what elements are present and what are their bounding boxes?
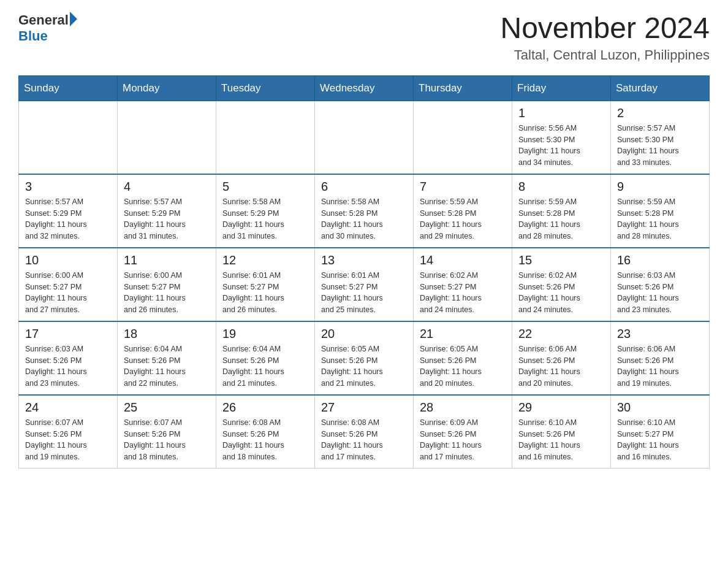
day-info: Sunrise: 5:57 AMSunset: 5:29 PMDaylight:… (124, 196, 210, 242)
page-header: General Blue November 2024 Taltal, Centr… (18, 12, 710, 63)
calendar-cell-2-6: 16Sunrise: 6:03 AMSunset: 5:26 PMDayligh… (611, 248, 710, 321)
day-number: 16 (617, 253, 703, 267)
day-info: Sunrise: 6:06 AMSunset: 5:26 PMDaylight:… (518, 343, 604, 389)
week-row-4: 17Sunrise: 6:03 AMSunset: 5:26 PMDayligh… (19, 321, 710, 395)
day-number: 12 (222, 253, 308, 267)
weekday-tuesday: Tuesday (216, 75, 315, 101)
day-number: 3 (25, 180, 111, 194)
calendar-cell-0-2 (216, 101, 315, 174)
day-info: Sunrise: 6:02 AMSunset: 5:26 PMDaylight:… (518, 270, 604, 316)
week-row-5: 24Sunrise: 6:07 AMSunset: 5:26 PMDayligh… (19, 395, 710, 469)
calendar-cell-1-5: 8Sunrise: 5:59 AMSunset: 5:28 PMDaylight… (512, 174, 611, 248)
day-number: 2 (617, 106, 703, 120)
day-number: 11 (124, 253, 210, 267)
day-info: Sunrise: 6:08 AMSunset: 5:26 PMDaylight:… (222, 417, 308, 463)
main-title: November 2024 (500, 12, 710, 45)
day-number: 29 (518, 400, 604, 415)
calendar-cell-0-1 (118, 101, 216, 174)
day-number: 19 (222, 327, 308, 341)
weekday-header-row: SundayMondayTuesdayWednesdayThursdayFrid… (19, 75, 710, 101)
day-number: 14 (420, 253, 506, 267)
day-number: 17 (25, 327, 111, 341)
day-info: Sunrise: 6:07 AMSunset: 5:26 PMDaylight:… (25, 417, 111, 463)
day-number: 10 (25, 253, 111, 267)
calendar-cell-3-3: 20Sunrise: 6:05 AMSunset: 5:26 PMDayligh… (315, 321, 414, 395)
weekday-saturday: Saturday (611, 75, 710, 101)
day-number: 5 (222, 180, 308, 194)
calendar-cell-2-5: 15Sunrise: 6:02 AMSunset: 5:26 PMDayligh… (512, 248, 611, 321)
calendar-cell-4-3: 27Sunrise: 6:08 AMSunset: 5:26 PMDayligh… (315, 395, 414, 469)
day-number: 15 (518, 253, 604, 267)
calendar-table: SundayMondayTuesdayWednesdayThursdayFrid… (18, 75, 710, 469)
day-number: 23 (617, 327, 703, 341)
weekday-friday: Friday (512, 75, 611, 101)
day-number: 24 (25, 400, 111, 415)
weekday-wednesday: Wednesday (315, 75, 414, 101)
logo-arrow-icon (70, 12, 77, 26)
day-info: Sunrise: 6:00 AMSunset: 5:27 PMDaylight:… (124, 270, 210, 316)
day-info: Sunrise: 6:03 AMSunset: 5:26 PMDaylight:… (25, 343, 111, 389)
day-number: 28 (420, 400, 506, 415)
calendar-cell-0-6: 2Sunrise: 5:57 AMSunset: 5:30 PMDaylight… (611, 101, 710, 174)
calendar-cell-1-4: 7Sunrise: 5:59 AMSunset: 5:28 PMDaylight… (414, 174, 512, 248)
calendar-cell-4-1: 25Sunrise: 6:07 AMSunset: 5:26 PMDayligh… (118, 395, 216, 469)
day-info: Sunrise: 6:06 AMSunset: 5:26 PMDaylight:… (617, 343, 703, 389)
calendar-cell-3-1: 18Sunrise: 6:04 AMSunset: 5:26 PMDayligh… (118, 321, 216, 395)
day-info: Sunrise: 5:58 AMSunset: 5:28 PMDaylight:… (321, 196, 407, 242)
title-block: November 2024 Taltal, Central Luzon, Phi… (500, 12, 710, 63)
day-number: 4 (124, 180, 210, 194)
day-number: 1 (518, 106, 604, 120)
weekday-thursday: Thursday (414, 75, 512, 101)
calendar-cell-3-6: 23Sunrise: 6:06 AMSunset: 5:26 PMDayligh… (611, 321, 710, 395)
day-info: Sunrise: 6:10 AMSunset: 5:27 PMDaylight:… (617, 417, 703, 463)
day-info: Sunrise: 5:59 AMSunset: 5:28 PMDaylight:… (420, 196, 506, 242)
calendar-cell-1-0: 3Sunrise: 5:57 AMSunset: 5:29 PMDaylight… (19, 174, 118, 248)
calendar-cell-3-4: 21Sunrise: 6:05 AMSunset: 5:26 PMDayligh… (414, 321, 512, 395)
calendar-cell-1-3: 6Sunrise: 5:58 AMSunset: 5:28 PMDaylight… (315, 174, 414, 248)
calendar-cell-1-6: 9Sunrise: 5:59 AMSunset: 5:28 PMDaylight… (611, 174, 710, 248)
day-number: 20 (321, 327, 407, 341)
calendar-cell-4-4: 28Sunrise: 6:09 AMSunset: 5:26 PMDayligh… (414, 395, 512, 469)
day-info: Sunrise: 6:04 AMSunset: 5:26 PMDaylight:… (222, 343, 308, 389)
day-info: Sunrise: 6:09 AMSunset: 5:26 PMDaylight:… (420, 417, 506, 463)
calendar-cell-2-1: 11Sunrise: 6:00 AMSunset: 5:27 PMDayligh… (118, 248, 216, 321)
day-number: 30 (617, 400, 703, 415)
calendar-cell-2-0: 10Sunrise: 6:00 AMSunset: 5:27 PMDayligh… (19, 248, 118, 321)
calendar-cell-2-3: 13Sunrise: 6:01 AMSunset: 5:27 PMDayligh… (315, 248, 414, 321)
day-number: 21 (420, 327, 506, 341)
day-info: Sunrise: 6:04 AMSunset: 5:26 PMDaylight:… (124, 343, 210, 389)
calendar-cell-1-1: 4Sunrise: 5:57 AMSunset: 5:29 PMDaylight… (118, 174, 216, 248)
day-info: Sunrise: 6:03 AMSunset: 5:26 PMDaylight:… (617, 270, 703, 316)
calendar-cell-0-4 (414, 101, 512, 174)
day-number: 25 (124, 400, 210, 415)
day-info: Sunrise: 6:01 AMSunset: 5:27 PMDaylight:… (321, 270, 407, 316)
calendar-cell-2-4: 14Sunrise: 6:02 AMSunset: 5:27 PMDayligh… (414, 248, 512, 321)
logo-general: General (18, 12, 69, 28)
calendar-cell-0-0 (19, 101, 118, 174)
day-info: Sunrise: 6:00 AMSunset: 5:27 PMDaylight:… (25, 270, 111, 316)
calendar-cell-0-5: 1Sunrise: 5:56 AMSunset: 5:30 PMDaylight… (512, 101, 611, 174)
day-info: Sunrise: 6:05 AMSunset: 5:26 PMDaylight:… (420, 343, 506, 389)
week-row-1: 1Sunrise: 5:56 AMSunset: 5:30 PMDaylight… (19, 101, 710, 174)
day-number: 22 (518, 327, 604, 341)
logo: General Blue (18, 12, 77, 44)
day-info: Sunrise: 5:56 AMSunset: 5:30 PMDaylight:… (518, 123, 604, 169)
calendar-cell-4-5: 29Sunrise: 6:10 AMSunset: 5:26 PMDayligh… (512, 395, 611, 469)
day-info: Sunrise: 5:59 AMSunset: 5:28 PMDaylight:… (518, 196, 604, 242)
day-info: Sunrise: 5:58 AMSunset: 5:29 PMDaylight:… (222, 196, 308, 242)
calendar-cell-4-0: 24Sunrise: 6:07 AMSunset: 5:26 PMDayligh… (19, 395, 118, 469)
day-number: 8 (518, 180, 604, 194)
day-number: 18 (124, 327, 210, 341)
calendar-cell-3-5: 22Sunrise: 6:06 AMSunset: 5:26 PMDayligh… (512, 321, 611, 395)
calendar-cell-2-2: 12Sunrise: 6:01 AMSunset: 5:27 PMDayligh… (216, 248, 315, 321)
day-info: Sunrise: 6:10 AMSunset: 5:26 PMDaylight:… (518, 417, 604, 463)
calendar-cell-4-6: 30Sunrise: 6:10 AMSunset: 5:27 PMDayligh… (611, 395, 710, 469)
day-number: 13 (321, 253, 407, 267)
day-info: Sunrise: 6:01 AMSunset: 5:27 PMDaylight:… (222, 270, 308, 316)
day-number: 26 (222, 400, 308, 415)
day-info: Sunrise: 5:59 AMSunset: 5:28 PMDaylight:… (617, 196, 703, 242)
day-number: 6 (321, 180, 407, 194)
weekday-monday: Monday (118, 75, 216, 101)
day-number: 27 (321, 400, 407, 415)
day-info: Sunrise: 5:57 AMSunset: 5:29 PMDaylight:… (25, 196, 111, 242)
